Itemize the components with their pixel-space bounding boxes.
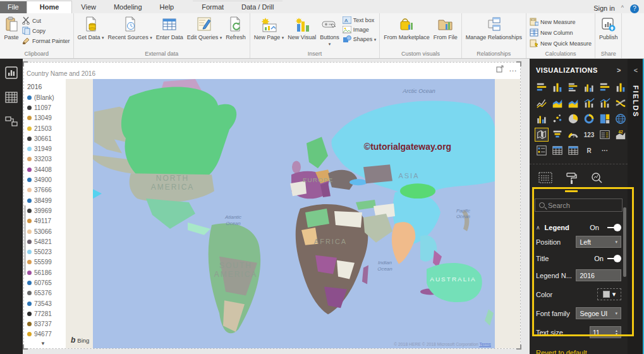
- sign-in-button[interactable]: Sign in: [593, 4, 615, 12]
- legend-item[interactable]: 83737: [24, 319, 66, 329]
- waterfall-chart-icon[interactable]: [535, 112, 549, 126]
- r-script-icon[interactable]: R: [582, 143, 596, 157]
- panel-scrollbar[interactable]: [623, 207, 626, 277]
- format-painter-button[interactable]: Format Painter: [22, 37, 70, 45]
- legend-item[interactable]: 73543: [24, 298, 66, 308]
- search-input[interactable]: [548, 202, 618, 209]
- edit-queries-button[interactable]: Edit Queries ▾: [185, 15, 224, 42]
- new-page-button[interactable]: New Page ▾: [252, 15, 286, 42]
- scatter-chart-icon[interactable]: [550, 112, 564, 126]
- kpi-icon[interactable]: 42: [614, 128, 628, 142]
- treemap-icon[interactable]: [598, 112, 612, 126]
- tab-data-drill[interactable]: Data / Drill: [233, 1, 283, 13]
- pie-chart-icon[interactable]: [566, 112, 580, 126]
- text-box-button[interactable]: A Text box: [343, 16, 377, 24]
- position-dropdown[interactable]: Left▾: [576, 236, 621, 248]
- legend-item[interactable]: 60765: [24, 278, 66, 288]
- legend-item[interactable]: 49117: [24, 216, 66, 226]
- clustered-column-chart-icon[interactable]: [582, 80, 596, 94]
- legend-item[interactable]: 55599: [24, 257, 66, 267]
- fields-title[interactable]: FIELDS: [632, 85, 640, 118]
- new-quick-measure-button[interactable]: New Quick Measure: [530, 39, 592, 47]
- legend-name-input[interactable]: 2016: [576, 269, 621, 281]
- cut-button[interactable]: Cut: [22, 16, 70, 25]
- help-icon[interactable]: ?: [630, 4, 639, 13]
- legend-item[interactable]: 56186: [24, 267, 66, 278]
- legend-item[interactable]: 30661: [24, 133, 66, 143]
- legend-item[interactable]: 55023: [24, 247, 66, 257]
- map-visual[interactable]: Country Name and 2016 … 2016 (Blank)1109…: [23, 62, 521, 349]
- legend-scrollbar[interactable]: [24, 205, 26, 275]
- stacked-area-chart-icon[interactable]: [566, 96, 580, 110]
- map-ocean[interactable]: Arctic Ocean NORTH AMERICA EUROPE ASIA A…: [93, 79, 495, 348]
- legend-scroll-down-icon[interactable]: ▼: [40, 341, 46, 346]
- stacked-bar-chart-icon[interactable]: [535, 80, 549, 94]
- shapes-button[interactable]: Shapes ▾: [343, 35, 377, 43]
- clustered-bar-chart-icon[interactable]: [566, 80, 580, 94]
- tab-home[interactable]: Home: [27, 1, 73, 13]
- line-chart-icon[interactable]: [535, 96, 549, 110]
- buttons-button[interactable]: Buttons▾: [318, 15, 341, 49]
- map-icon[interactable]: [614, 112, 628, 126]
- legend-item[interactable]: 21503: [24, 123, 66, 133]
- funnel-icon[interactable]: [550, 128, 564, 142]
- legend-item[interactable]: 65376: [24, 288, 66, 298]
- terms-link[interactable]: Terms: [479, 342, 491, 346]
- matrix-icon[interactable]: [566, 143, 580, 157]
- publish-button[interactable]: Publish: [597, 15, 620, 42]
- new-measure-button[interactable]: New Measure: [530, 18, 592, 26]
- 100-stacked-column-chart-icon[interactable]: [614, 80, 628, 94]
- new-column-button[interactable]: New Column: [530, 28, 592, 37]
- paste-button[interactable]: Paste: [2, 15, 21, 42]
- get-data-button[interactable]: Get Data ▾: [76, 15, 106, 42]
- legend-item[interactable]: 31949: [24, 143, 66, 154]
- line-stacked-column-chart-icon[interactable]: [582, 96, 596, 110]
- filled-map-icon[interactable]: [535, 128, 549, 142]
- collapse-panel-icon[interactable]: >: [617, 66, 621, 74]
- legend-item[interactable]: 34900: [24, 174, 66, 185]
- revert-to-default-link[interactable]: Revert to default: [536, 345, 621, 354]
- focus-mode-icon[interactable]: [496, 65, 504, 73]
- slicer-icon[interactable]: [535, 143, 549, 157]
- text-size-stepper[interactable]: 11▲▼: [590, 326, 621, 338]
- legend-item[interactable]: 54821: [24, 236, 66, 247]
- tab-fields-pane[interactable]: [538, 172, 552, 192]
- legend-item[interactable]: 39969: [24, 205, 66, 216]
- refresh-button[interactable]: Refresh: [224, 15, 248, 42]
- tab-format-pane[interactable]: [565, 172, 578, 192]
- map-area[interactable]: Arctic Ocean NORTH AMERICA EUROPE ASIA A…: [66, 79, 520, 348]
- format-search[interactable]: [535, 198, 623, 212]
- more-options-icon[interactable]: …: [509, 64, 518, 73]
- tab-modeling[interactable]: Modeling: [105, 1, 151, 13]
- legend-item[interactable]: (Blank): [24, 92, 66, 102]
- font-family-dropdown[interactable]: Segoe UI▾: [576, 307, 621, 319]
- legend-section-header[interactable]: ∧ Legend On: [536, 219, 621, 236]
- gauge-icon[interactable]: [566, 128, 580, 142]
- card-icon[interactable]: 123: [582, 128, 596, 142]
- donut-chart-icon[interactable]: [582, 112, 596, 126]
- report-canvas[interactable]: Country Name and 2016 … 2016 (Blank)1109…: [23, 59, 530, 354]
- legend-item[interactable]: 34408: [24, 164, 66, 174]
- image-button[interactable]: Image: [343, 26, 377, 34]
- report-view-button[interactable]: [5, 66, 18, 82]
- ribbon-chart-icon[interactable]: [614, 96, 628, 110]
- legend-item[interactable]: 37666: [24, 185, 66, 195]
- line-clustered-column-chart-icon[interactable]: [598, 96, 612, 110]
- table-icon[interactable]: [550, 143, 564, 157]
- model-view-button[interactable]: [5, 116, 18, 130]
- 100-stacked-bar-chart-icon[interactable]: [598, 80, 612, 94]
- color-picker-dropdown[interactable]: ▾: [597, 288, 621, 300]
- recent-sources-button[interactable]: Recent Sources ▾: [106, 15, 154, 42]
- tab-help[interactable]: Help: [151, 1, 183, 13]
- from-file-button[interactable]: From File: [432, 15, 459, 42]
- new-visual-button[interactable]: New Visual: [286, 15, 318, 42]
- legend-item[interactable]: 33203: [24, 154, 66, 164]
- stacked-column-chart-icon[interactable]: [550, 80, 564, 94]
- area-chart-icon[interactable]: [550, 96, 564, 110]
- enter-data-button[interactable]: Enter Data: [154, 15, 185, 42]
- data-view-button[interactable]: [5, 92, 18, 106]
- title-toggle[interactable]: [607, 255, 621, 262]
- legend-item[interactable]: 53066: [24, 226, 66, 236]
- legend-item[interactable]: 94677: [24, 329, 66, 339]
- tab-view[interactable]: View: [72, 1, 105, 13]
